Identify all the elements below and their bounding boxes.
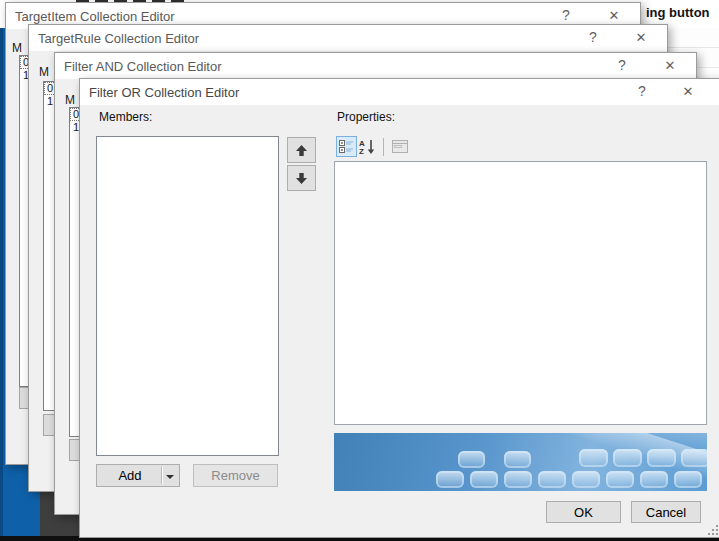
property-grid[interactable] <box>334 161 707 425</box>
members-listbox[interactable] <box>96 136 279 456</box>
close-icon[interactable]: ✕ <box>672 79 704 105</box>
add-button[interactable]: Add <box>96 464 180 487</box>
ok-button-label: OK <box>547 502 620 523</box>
resize-grip[interactable] <box>708 525 719 536</box>
dialog-title: Filter OR Collection Editor <box>89 85 239 100</box>
move-up-button[interactable] <box>287 137 316 163</box>
help-button[interactable]: ? <box>626 79 658 105</box>
dialog-filter-or-collection-editor: Filter OR Collection Editor ? ✕ Members:… <box>79 78 719 538</box>
add-button-label: Add <box>97 465 163 486</box>
background-heading-fragment: ing button <box>646 5 710 20</box>
members-label-fragment: M <box>65 93 75 107</box>
close-icon[interactable]: ✕ <box>625 25 657 51</box>
banner-image <box>334 433 707 491</box>
remove-button[interactable]: Remove <box>193 464 278 487</box>
members-label-fragment: M <box>12 41 22 55</box>
close-icon[interactable]: ✕ <box>654 53 686 79</box>
cancel-button[interactable]: Cancel <box>631 501 701 523</box>
members-label-fragment: M <box>39 65 49 79</box>
dialog-title: TargetItem Collection Editor <box>15 9 175 24</box>
property-grid-toolbar: A Z <box>336 136 410 157</box>
properties-label: Properties: <box>337 110 395 124</box>
categorized-icon[interactable] <box>336 136 357 157</box>
titlebar[interactable]: Filter OR Collection Editor ? ✕ <box>80 79 719 105</box>
dialog-title: Filter AND Collection Editor <box>64 59 222 74</box>
up-arrow-icon <box>295 144 308 157</box>
dialog-title: TargetRule Collection Editor <box>38 31 199 46</box>
alphabetical-sort-icon[interactable]: A Z <box>357 136 378 157</box>
down-arrow-icon <box>295 172 308 185</box>
ok-button[interactable]: OK <box>546 501 621 523</box>
remove-button-label: Remove <box>194 465 277 486</box>
move-down-button[interactable] <box>287 165 316 191</box>
members-label: Members: <box>99 110 152 124</box>
cancel-button-label: Cancel <box>632 502 700 523</box>
property-pages-icon <box>389 136 410 157</box>
dropdown-arrow-icon[interactable] <box>166 475 174 479</box>
titlebar[interactable]: TargetRule Collection Editor ? ✕ <box>29 25 667 51</box>
toolbar-separator <box>383 138 384 156</box>
screen: ing button t TargetItem Collection Edito… <box>0 0 719 541</box>
help-button[interactable]: ? <box>577 25 609 51</box>
titlebar[interactable]: Filter AND Collection Editor ? ✕ <box>55 53 696 79</box>
split-button-divider <box>161 467 163 484</box>
svg-text:Z: Z <box>359 147 364 155</box>
help-button[interactable]: ? <box>606 53 638 79</box>
